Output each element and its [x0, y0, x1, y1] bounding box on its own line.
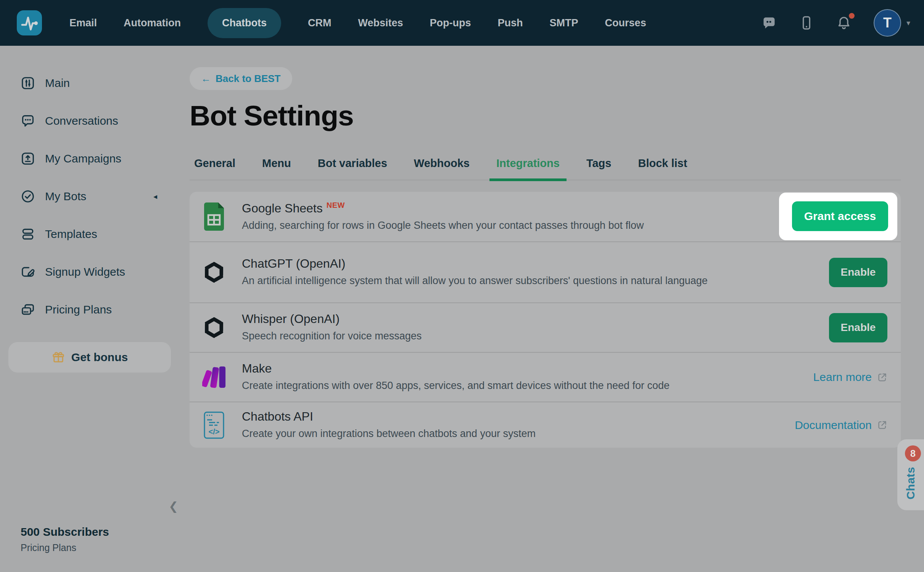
settings-tabs: General Menu Bot variables Webhooks Inte… [190, 157, 901, 180]
openai-logo-icon [202, 316, 226, 339]
nav-item-chatbots[interactable]: Chatbots [208, 8, 281, 38]
integration-name: Google SheetsNEW [242, 201, 644, 215]
sidebar-item-conversations[interactable]: Conversations [0, 102, 179, 140]
phone-icon [799, 15, 814, 31]
main-content: ← Back to BEST Bot Settings General Menu… [179, 46, 924, 572]
integration-name: Make [242, 362, 670, 376]
campaign-upload-icon [21, 151, 35, 166]
integration-description: Create integrations with over 850 apps, … [242, 379, 670, 392]
top-nav-actions: T ▾ [761, 9, 910, 37]
chat-bubble-icon [761, 15, 777, 31]
chevron-down-icon: ▾ [906, 18, 910, 27]
tab-menu[interactable]: Menu [258, 157, 296, 180]
widget-pencil-icon [21, 265, 35, 279]
svg-text:</>: </> [209, 427, 220, 436]
enable-chatgpt-button[interactable]: Enable [829, 258, 887, 287]
integration-description: An artificial intelligence system that w… [242, 274, 708, 288]
integration-row-google-sheets: Google SheetsNEW Adding, searching for r… [190, 192, 901, 241]
plan-link[interactable]: Pricing Plans [21, 542, 109, 553]
nav-item-automation[interactable]: Automation [124, 8, 181, 38]
nav-item-popups[interactable]: Pop-ups [430, 8, 471, 38]
sidebar-item-templates[interactable]: Templates [0, 215, 179, 253]
make-logo-icon [202, 364, 226, 390]
tab-bot-variables[interactable]: Bot variables [313, 157, 392, 180]
sidebar-item-label: Templates [45, 228, 97, 241]
integration-description: Create your own integrations between cha… [242, 427, 536, 440]
nav-item-websites[interactable]: Websites [358, 8, 403, 38]
tab-webhooks[interactable]: Webhooks [409, 157, 474, 180]
back-to-bot-button[interactable]: ← Back to BEST [190, 67, 292, 90]
sidebar-item-pricing-plans[interactable]: Pricing Plans [0, 291, 179, 328]
openai-logo-icon [202, 260, 226, 284]
page-title: Bot Settings [190, 99, 901, 132]
conversations-icon [21, 114, 35, 128]
templates-icon [21, 227, 35, 241]
sendpulse-logo[interactable] [17, 10, 42, 35]
avatar: T [874, 9, 901, 37]
documentation-label: Documentation [795, 419, 872, 432]
support-chat-button[interactable] [761, 15, 777, 31]
back-arrow-icon: ← [201, 73, 211, 85]
nav-item-courses[interactable]: Courses [605, 8, 646, 38]
sidebar: Main Conversations My Campaigns [0, 46, 179, 572]
sidebar-collapse-chevron[interactable]: ❮ [169, 500, 178, 513]
account-menu[interactable]: T ▾ [874, 9, 910, 37]
sidebar-item-my-bots[interactable]: My Bots ◂ [0, 177, 179, 215]
nav-item-push[interactable]: Push [498, 8, 523, 38]
integration-row-whisper: Whisper (OpenAI) Speech recognition for … [190, 302, 901, 352]
new-badge: NEW [327, 201, 345, 209]
integrations-list: Google SheetsNEW Adding, searching for r… [190, 192, 901, 448]
nav-item-smtp[interactable]: SMTP [550, 8, 578, 38]
external-link-icon [877, 420, 887, 430]
sidebar-item-main[interactable]: Main [0, 64, 179, 102]
sidebar-item-label: My Bots [45, 190, 86, 203]
sidebar-item-label: My Campaigns [45, 152, 121, 165]
learn-more-link[interactable]: Learn more [813, 371, 887, 384]
integration-description: Speech recognition for voice messages [242, 329, 422, 343]
integration-row-make: Make Create integrations with over 850 a… [190, 352, 901, 402]
collapse-arrow-icon[interactable]: ◂ [153, 192, 157, 201]
google-sheets-icon [203, 202, 225, 231]
get-bonus-label: Get bonus [71, 351, 128, 364]
sliders-icon [21, 76, 35, 90]
pricing-cards-icon [21, 302, 35, 317]
sidebar-item-label: Pricing Plans [45, 303, 112, 316]
pulse-logo-icon [19, 13, 39, 33]
integration-name: Whisper (OpenAI) [242, 312, 422, 326]
gift-icon [52, 350, 65, 364]
enable-whisper-button[interactable]: Enable [829, 313, 887, 342]
chatbots-api-icon: </> [204, 411, 224, 439]
subscription-status: 500 Subscribers Pricing Plans [21, 525, 109, 553]
sidebar-item-label: Conversations [45, 114, 118, 127]
main-menu: Email Automation Chatbots CRM Websites P… [69, 8, 646, 38]
chats-widget-tab[interactable]: 8 Chats [897, 439, 924, 510]
chats-widget-label: Chats [904, 467, 917, 500]
back-label: Back to BEST [216, 73, 281, 85]
notification-dot [849, 13, 855, 19]
tab-block-list[interactable]: Block list [633, 157, 692, 180]
integration-row-chatbots-api: </> Chatbots API Create your own integra… [190, 402, 901, 448]
nav-item-crm[interactable]: CRM [308, 8, 332, 38]
onboarding-spotlight: Grant access [779, 193, 897, 240]
get-bonus-button[interactable]: Get bonus [8, 342, 171, 373]
tab-tags[interactable]: Tags [582, 157, 616, 180]
documentation-link[interactable]: Documentation [795, 419, 887, 432]
nav-item-email[interactable]: Email [69, 8, 97, 38]
sidebar-item-signup-widgets[interactable]: Signup Widgets [0, 253, 179, 291]
tab-integrations[interactable]: Integrations [492, 157, 564, 180]
notifications-button[interactable] [836, 15, 852, 31]
tab-general[interactable]: General [190, 157, 240, 180]
bots-check-icon [21, 189, 35, 204]
learn-more-label: Learn more [813, 371, 872, 384]
mobile-app-button[interactable] [799, 15, 814, 31]
grant-access-button[interactable]: Grant access [792, 201, 888, 231]
sidebar-item-label: Main [45, 77, 70, 90]
sidebar-item-label: Signup Widgets [45, 265, 125, 278]
integration-name: ChatGPT (OpenAI) [242, 257, 708, 271]
integration-name: Chatbots API [242, 410, 536, 424]
external-link-icon [877, 372, 887, 382]
integration-description: Adding, searching for rows in Google She… [242, 219, 644, 232]
subscribers-count: 500 Subscribers [21, 525, 109, 538]
chats-unread-badge: 8 [905, 445, 921, 461]
sidebar-item-my-campaigns[interactable]: My Campaigns [0, 140, 179, 177]
